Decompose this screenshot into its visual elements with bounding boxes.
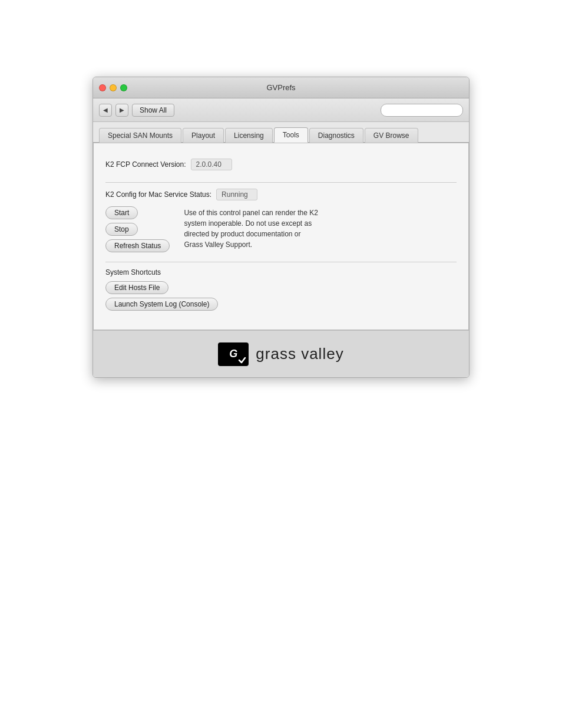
brand-name: grass valley	[256, 345, 343, 363]
checkmark-icon	[238, 357, 246, 364]
service-buttons: Start Stop Refresh Status	[105, 206, 172, 256]
start-button[interactable]: Start	[105, 206, 138, 219]
tab-gv-browse[interactable]: GV Browse	[365, 128, 418, 143]
version-section: K2 FCP Connect Version: 2.0.0.40	[105, 153, 457, 183]
tab-playout[interactable]: Playout	[183, 128, 224, 143]
warning-text: Use of this control panel can render the…	[184, 207, 319, 250]
back-icon: ◀	[103, 107, 108, 113]
stop-button[interactable]: Stop	[105, 223, 138, 236]
tools-panel: K2 FCP Connect Version: 2.0.0.40 K2 Conf…	[93, 143, 469, 330]
launch-console-button[interactable]: Launch System Log (Console)	[105, 298, 218, 311]
traffic-lights	[99, 84, 127, 91]
shortcuts-section: System Shortcuts Edit Hosts File Launch …	[105, 262, 457, 320]
logo-area: G grass valley	[218, 342, 343, 366]
tab-special-san-mounts[interactable]: Special SAN Mounts	[99, 128, 181, 143]
footer: G grass valley	[93, 330, 469, 377]
gv-logo-text: G	[229, 348, 237, 360]
service-controls-row: Start Stop Refresh Status Use of this co…	[105, 206, 457, 256]
toolbar: ◀ ▶ Show All	[93, 98, 469, 122]
version-row: K2 FCP Connect Version: 2.0.0.40	[105, 159, 457, 170]
window-title: GVPrefs	[266, 83, 295, 92]
forward-button[interactable]: ▶	[115, 104, 128, 117]
shortcuts-label: System Shortcuts	[105, 268, 457, 276]
gv-logo: G	[218, 342, 249, 366]
minimize-button[interactable]	[110, 84, 117, 91]
show-all-button[interactable]: Show All	[132, 104, 174, 117]
maximize-button[interactable]	[120, 84, 127, 91]
version-value: 2.0.0.40	[191, 159, 232, 170]
content-area: Special SAN Mounts Playout Licensing Too…	[93, 122, 469, 377]
service-status-value: Running	[216, 189, 257, 200]
service-status-row: K2 Config for Mac Service Status: Runnin…	[105, 189, 457, 200]
shortcut-buttons: Edit Hosts File Launch System Log (Conso…	[105, 281, 457, 314]
search-box	[381, 104, 463, 117]
version-label: K2 FCP Connect Version:	[105, 160, 186, 169]
refresh-status-button[interactable]: Refresh Status	[105, 239, 170, 252]
close-button[interactable]	[99, 84, 106, 91]
edit-hosts-button[interactable]: Edit Hosts File	[105, 281, 168, 294]
tab-tools[interactable]: Tools	[274, 127, 308, 143]
tab-bar: Special SAN Mounts Playout Licensing Too…	[93, 122, 469, 143]
service-section: K2 Config for Mac Service Status: Runnin…	[105, 183, 457, 262]
tab-diagnostics[interactable]: Diagnostics	[309, 128, 363, 143]
back-button[interactable]: ◀	[99, 104, 112, 117]
forward-icon: ▶	[120, 107, 124, 113]
preferences-window: GVPrefs ◀ ▶ Show All Special SAN Mounts …	[92, 77, 470, 378]
tab-licensing[interactable]: Licensing	[225, 128, 273, 143]
warning-text-area: Use of this control panel can render the…	[184, 206, 457, 250]
service-status-label: K2 Config for Mac Service Status:	[105, 190, 211, 199]
search-input[interactable]	[386, 106, 458, 114]
titlebar: GVPrefs	[93, 77, 469, 98]
